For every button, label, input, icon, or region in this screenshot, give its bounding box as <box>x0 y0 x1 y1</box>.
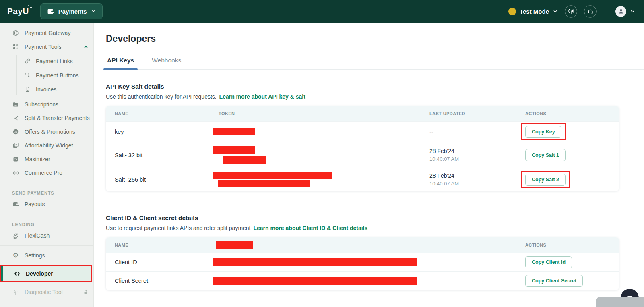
table-row-salt-32: Salt- 32 bit 28 Feb'24 10:40:07 AM Copy … <box>106 142 619 168</box>
widget-icon <box>12 142 19 149</box>
column-header-actions: ACTIONS <box>525 243 619 247</box>
token-cell <box>213 172 429 187</box>
test-mode-selector[interactable]: Test Mode <box>508 8 558 15</box>
table-row-client-id: Client ID Copy Client Id <box>106 253 619 271</box>
redaction-bar <box>213 128 255 135</box>
actions-cell: Copy Salt 1 <box>525 149 619 161</box>
sidebar-item-settings[interactable]: ⚙ Settings <box>0 249 93 262</box>
folder-icon <box>12 101 19 108</box>
copy-client-id-button[interactable]: Copy Client Id <box>525 256 572 268</box>
column-header-name: NAME <box>106 243 213 247</box>
copy-salt-1-button[interactable]: Copy Salt 1 <box>525 149 566 161</box>
chevron-down-icon <box>91 9 96 14</box>
sidebar-item-invoices[interactable]: Invoices <box>16 82 93 96</box>
test-mode-label: Test Mode <box>520 8 549 15</box>
api-section-description: Use this authentication key for API requ… <box>106 93 644 100</box>
gear-icon: ⚙ <box>12 252 19 259</box>
sidebar-item-label: Split & Transfer Payments <box>25 115 90 121</box>
sidebar-item-subscriptions[interactable]: Subscriptions <box>0 97 93 111</box>
copy-client-secret-button[interactable]: Copy Client Secret <box>525 275 583 287</box>
sidebar-item-payment-gateway[interactable]: Payment Gateway <box>0 26 93 40</box>
headset-icon <box>587 8 594 15</box>
sidebar-divider <box>0 214 93 214</box>
sidebar-item-developer[interactable]: Developer <box>1 266 91 281</box>
last-updated-cell: 28 Feb'24 10:40:07 AM <box>429 148 525 162</box>
account-menu[interactable] <box>615 6 635 17</box>
sidebar-item-label: Settings <box>25 252 45 259</box>
product-switcher-label: Payments <box>58 8 87 15</box>
table-row-key: key -- Copy Key <box>106 121 619 142</box>
copy-salt-2-button[interactable]: Copy Salt 2 <box>525 174 566 186</box>
developer-annotation-box: Developer <box>0 265 92 282</box>
sidebar-item-offers-promotions[interactable]: Offers & Promotions <box>0 125 93 139</box>
api-learn-more-link[interactable]: Learn more about API key & salt <box>219 93 305 100</box>
payu-logo[interactable]: PayU <box>7 6 29 16</box>
api-description-text: Use this authentication key for API requ… <box>106 93 217 100</box>
button-press-icon <box>24 72 31 78</box>
actions-cell: Copy Salt 2 <box>525 171 619 188</box>
value-cell <box>213 277 525 285</box>
sidebar-item-diagnostic-tool[interactable]: Diagnostic Tool <box>0 285 93 299</box>
redaction-bar <box>216 241 253 249</box>
last-updated-cell: -- <box>429 129 525 135</box>
grid-icon <box>12 44 19 50</box>
sidebar-item-payment-buttons[interactable]: Payment Buttons <box>16 68 93 82</box>
client-description-text: Use to request payment links APIs and re… <box>106 225 251 231</box>
sidebar-item-label: Affordability Widget <box>25 142 73 149</box>
chevron-down-icon <box>553 9 558 14</box>
row-name: key <box>106 129 213 135</box>
sidebar-item-label: Payment Buttons <box>36 72 79 79</box>
chevron-down-icon <box>630 9 635 14</box>
sidebar-section-lending: LENDING <box>0 217 93 229</box>
tab-api-keys[interactable]: API Keys <box>106 57 135 69</box>
table-row-client-secret: Client Secret Copy Client Secret <box>106 271 619 290</box>
sidebar-item-label: Maximizer <box>25 156 50 162</box>
sidebar-item-label: Payment Links <box>36 58 73 64</box>
payu-logo-text: PayU <box>7 6 29 16</box>
product-switcher-button[interactable]: Payments <box>40 3 103 19</box>
logo-sparkle-dot <box>28 5 29 6</box>
sidebar-item-label: Diagnostic Tool <box>25 289 63 295</box>
api-key-table: NAME TOKEN LAST UPDATED ACTIONS key -- C… <box>106 106 619 191</box>
announcements-button[interactable] <box>565 5 577 18</box>
sidebar-section-send-payments: SEND PAYMENTS <box>0 186 93 197</box>
sidebar-divider <box>0 183 93 183</box>
maximizer-icon <box>12 156 19 162</box>
navbar-divider <box>606 6 606 17</box>
broadcast-icon <box>568 8 574 15</box>
sidebar-item-label: Developer <box>26 270 53 277</box>
page-title: Developers <box>106 33 644 44</box>
tab-webhooks[interactable]: Webhooks <box>151 57 182 69</box>
client-table-header: NAME ACTIONS <box>106 237 619 253</box>
hand-coin-icon <box>12 232 19 239</box>
sidebar-item-flexicash[interactable]: FlexiCash <box>0 229 93 243</box>
main-content: Developers API Keys Webhooks API Key Sal… <box>94 23 644 307</box>
redaction-bar <box>213 277 417 285</box>
actions-cell: Copy Client Id <box>525 256 619 268</box>
sidebar-item-commerce-pro[interactable]: Commerce Pro <box>0 166 93 180</box>
row-name: Client ID <box>106 259 213 266</box>
copy-key-button[interactable]: Copy Key <box>525 126 561 138</box>
sidebar-item-payment-links[interactable]: Payment Links <box>16 54 93 68</box>
sidebar-item-label: Offers & Promotions <box>25 129 75 135</box>
sidebar-item-split-transfer-payments[interactable]: Split & Transfer Payments <box>0 111 93 125</box>
sidebar-item-label: FlexiCash <box>25 232 50 239</box>
document-icon <box>24 86 31 92</box>
row-name: Salt- 256 bit <box>106 176 213 183</box>
sidebar-item-affordability-widget[interactable]: Affordability Widget <box>0 139 93 152</box>
support-button[interactable] <box>584 5 597 18</box>
antenna-icon <box>12 289 19 295</box>
sidebar-item-maximizer[interactable]: Maximizer <box>0 152 93 166</box>
client-learn-more-link[interactable]: Learn more about Client ID & Client deta… <box>253 225 367 231</box>
logo-sparkle-dot <box>30 7 32 8</box>
row-name: Client Secret <box>106 278 213 284</box>
sidebar-item-payment-tools[interactable]: Payment Tools <box>0 40 93 54</box>
link-icon <box>24 58 31 64</box>
sidebar-item-label: Payouts <box>25 201 45 207</box>
redaction-bar <box>218 180 310 187</box>
actions-cell: Copy Key <box>525 123 619 140</box>
client-section-title: Client ID & Client secret details <box>106 214 644 222</box>
sidebar-item-payouts[interactable]: Payouts <box>0 197 93 211</box>
sidebar-item-label: Subscriptions <box>25 101 58 108</box>
copy-key-annotation-box: Copy Key <box>521 123 566 140</box>
